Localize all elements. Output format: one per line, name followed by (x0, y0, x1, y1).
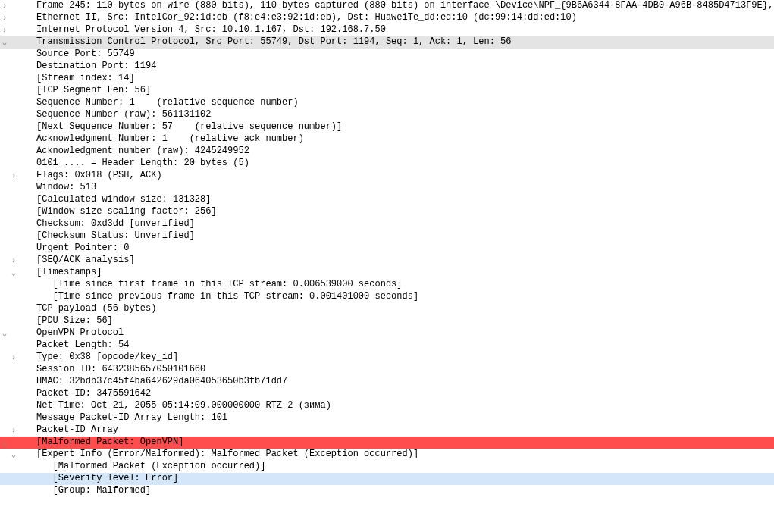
caret-gutter[interactable] (0, 158, 36, 170)
caret-gutter[interactable] (0, 182, 36, 194)
tcp-checksum[interactable]: Checksum: 0xd3dd [unverified] (0, 218, 774, 230)
ovpn-type[interactable]: › Type: 0x38 [opcode/key_id] (0, 352, 774, 364)
caret-gutter[interactable] (0, 485, 36, 497)
caret-gutter[interactable]: ⌄ (0, 327, 36, 340)
collapse-icon[interactable]: ⌄ (0, 328, 9, 340)
caret-gutter[interactable]: › (0, 255, 36, 267)
tcp-summary-text[interactable]: Transmission Control Protocol, Src Port:… (36, 36, 774, 48)
caret-gutter[interactable]: ⌄ (0, 449, 36, 461)
tcp-src-port[interactable]: Source Port: 55749 (0, 49, 774, 61)
tcp-win-scale[interactable]: [Window size scaling factor: 256] (0, 206, 774, 218)
caret-gutter[interactable] (0, 315, 36, 327)
tcp-payload[interactable]: TCP payload (56 bytes) (0, 303, 774, 315)
tcp-win-scale-text[interactable]: [Window size scaling factor: 256] (36, 206, 774, 217)
caret-gutter[interactable] (0, 146, 36, 158)
expand-icon[interactable]: › (9, 255, 18, 267)
ovpn-type-text[interactable]: Type: 0x38 [opcode/key_id] (36, 352, 774, 363)
tcp-window-text[interactable]: Window: 513 (36, 182, 774, 193)
tcp-timestamps-text[interactable]: [Timestamps] (36, 267, 774, 278)
tcp-ts-first[interactable]: [Time since first frame in this TCP stre… (0, 279, 774, 291)
caret-gutter[interactable] (0, 97, 36, 109)
caret-gutter[interactable] (0, 230, 36, 243)
expand-icon[interactable]: › (9, 425, 18, 437)
tcp-calc-win-text[interactable]: [Calculated window size: 131328] (36, 194, 774, 205)
collapse-icon[interactable]: ⌄ (0, 437, 9, 449)
caret-gutter[interactable]: ⌄ (0, 437, 36, 449)
ethernet-summary[interactable]: › Ethernet II, Src: IntelCor_92:1d:eb (f… (0, 12, 774, 24)
caret-gutter[interactable]: ⌄ (0, 36, 36, 49)
openvpn-summary-text[interactable]: OpenVPN Protocol (36, 327, 774, 339)
tcp-ack-raw[interactable]: Acknowledgment number (raw): 4245249952 (0, 146, 774, 158)
expand-icon[interactable]: › (9, 171, 18, 182)
tcp-ack-rel-text[interactable]: Acknowledgment Number: 1 (relative ack n… (36, 133, 774, 145)
ovpn-packet-len[interactable]: Packet Length: 54 (0, 340, 774, 352)
ovpn-pid-array[interactable]: › Packet-ID Array (0, 424, 774, 437)
ipv4-summary[interactable]: › Internet Protocol Version 4, Src: 10.1… (0, 24, 774, 36)
caret-gutter[interactable] (0, 243, 36, 255)
caret-gutter[interactable] (0, 388, 36, 400)
tcp-dst-port-text[interactable]: Destination Port: 1194 (36, 61, 774, 72)
caret-gutter[interactable] (0, 194, 36, 206)
frame-summary[interactable]: › Frame 245: 110 bytes on wire (880 bits… (0, 0, 774, 12)
tcp-pdu-size[interactable]: [PDU Size: 56] (0, 315, 774, 327)
expert-malformed-text[interactable]: [Malformed Packet (Exception occurred)] (36, 461, 774, 472)
caret-gutter[interactable] (0, 73, 36, 85)
tcp-next-seq-text[interactable]: [Next Sequence Number: 57 (relative sequ… (36, 121, 774, 133)
ovpn-hmac-text[interactable]: HMAC: 32bdb37c45f4ba642629da064053650b3f… (36, 376, 774, 387)
caret-gutter[interactable] (0, 49, 36, 61)
caret-gutter[interactable] (0, 364, 36, 376)
caret-gutter[interactable] (0, 412, 36, 424)
malformed-packet[interactable]: ⌄ [Malformed Packet: OpenVPN] (0, 437, 774, 449)
tcp-flags[interactable]: › Flags: 0x018 (PSH, ACK) (0, 170, 774, 182)
tcp-header-len-text[interactable]: 0101 .... = Header Length: 20 bytes (5) (36, 158, 774, 169)
caret-gutter[interactable] (0, 279, 36, 291)
caret-gutter[interactable]: › (0, 12, 36, 24)
caret-gutter[interactable] (0, 340, 36, 352)
ovpn-session-id-text[interactable]: Session ID: 6432385657050101660 (36, 364, 774, 375)
expert-info[interactable]: ⌄ [Expert Info (Error/Malformed): Malfor… (0, 449, 774, 461)
ovpn-hmac[interactable]: HMAC: 32bdb37c45f4ba642629da064053650b3f… (0, 376, 774, 388)
tcp-seq-raw-text[interactable]: Sequence Number (raw): 561131102 (36, 109, 774, 120)
tcp-window[interactable]: Window: 513 (0, 182, 774, 194)
tcp-next-seq[interactable]: [Next Sequence Number: 57 (relative sequ… (0, 121, 774, 133)
ovpn-session-id[interactable]: Session ID: 6432385657050101660 (0, 364, 774, 376)
ovpn-net-time[interactable]: Net Time: Oct 21, 2055 05:14:09.00000000… (0, 400, 774, 412)
caret-gutter[interactable] (0, 133, 36, 146)
tcp-urgent[interactable]: Urgent Pointer: 0 (0, 243, 774, 255)
expert-group-text[interactable]: [Group: Malformed] (36, 485, 774, 496)
caret-gutter[interactable] (0, 461, 36, 473)
expert-severity[interactable]: [Severity level: Error] (0, 473, 774, 485)
tcp-stream-index[interactable]: [Stream index: 14] (0, 73, 774, 85)
tcp-urgent-text[interactable]: Urgent Pointer: 0 (36, 243, 774, 254)
tcp-flags-text[interactable]: Flags: 0x018 (PSH, ACK) (36, 170, 774, 181)
caret-gutter[interactable] (0, 473, 36, 485)
caret-gutter[interactable] (0, 85, 36, 97)
caret-gutter[interactable] (0, 291, 36, 303)
expert-severity-text[interactable]: [Severity level: Error] (36, 473, 774, 484)
ovpn-pid-array-len[interactable]: Message Packet-ID Array Length: 101 (0, 412, 774, 424)
caret-gutter[interactable] (0, 400, 36, 412)
expert-malformed[interactable]: [Malformed Packet (Exception occurred)] (0, 461, 774, 473)
tcp-ts-prev-text[interactable]: [Time since previous frame in this TCP s… (36, 291, 774, 302)
collapse-icon[interactable]: ⌄ (9, 449, 18, 461)
caret-gutter[interactable] (0, 376, 36, 388)
caret-gutter[interactable] (0, 109, 36, 121)
caret-gutter[interactable]: › (0, 424, 36, 437)
tcp-seg-len[interactable]: [TCP Segment Len: 56] (0, 85, 774, 97)
caret-gutter[interactable] (0, 206, 36, 218)
caret-gutter[interactable] (0, 218, 36, 230)
tcp-seq-rel[interactable]: Sequence Number: 1 (relative sequence nu… (0, 97, 774, 109)
ovpn-pid-array-len-text[interactable]: Message Packet-ID Array Length: 101 (36, 412, 774, 424)
ovpn-pid-array-text[interactable]: Packet-ID Array (36, 424, 774, 436)
tcp-seqack-analysis[interactable]: › [SEQ/ACK analysis] (0, 255, 774, 267)
tcp-seg-len-text[interactable]: [TCP Segment Len: 56] (36, 85, 774, 96)
tcp-checksum-status[interactable]: [Checksum Status: Unverified] (0, 230, 774, 243)
caret-gutter[interactable]: › (0, 170, 36, 182)
tcp-summary[interactable]: ⌄ Transmission Control Protocol, Src Por… (0, 36, 774, 49)
tcp-seq-raw[interactable]: Sequence Number (raw): 561131102 (0, 109, 774, 121)
tcp-ack-rel[interactable]: Acknowledgment Number: 1 (relative ack n… (0, 133, 774, 146)
collapse-icon[interactable]: ⌄ (9, 268, 18, 279)
collapse-icon[interactable]: ⌄ (0, 37, 9, 49)
malformed-packet-text[interactable]: [Malformed Packet: OpenVPN] (36, 437, 774, 448)
tcp-calc-win[interactable]: [Calculated window size: 131328] (0, 194, 774, 206)
